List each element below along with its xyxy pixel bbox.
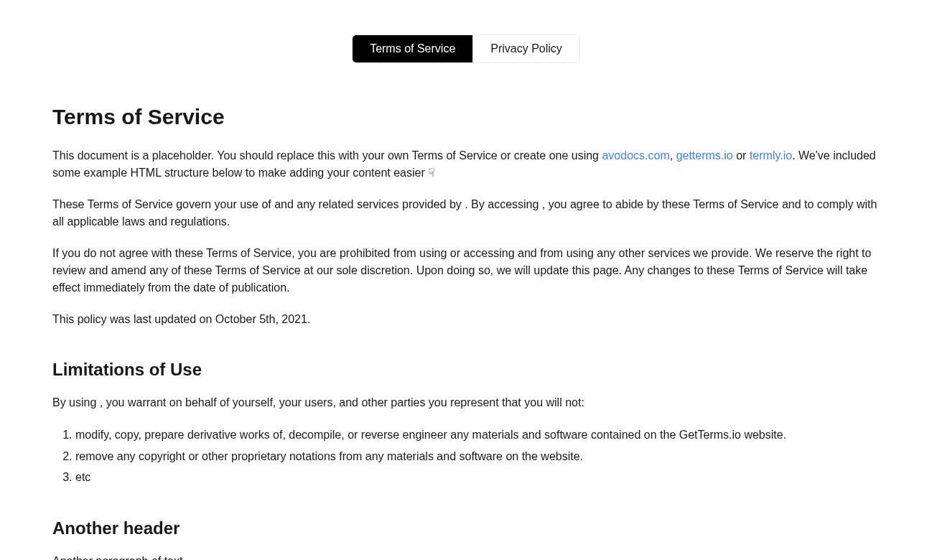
tab-privacy-policy[interactable]: Privacy Policy xyxy=(472,35,579,62)
intro-paragraph: This document is a placeholder. You shou… xyxy=(52,147,880,182)
link-termly[interactable]: termly.io xyxy=(750,149,792,162)
heading-limitations: Limitations of Use xyxy=(52,357,880,383)
list-item: etc xyxy=(75,468,880,487)
page-container: Terms of Service Privacy Policy Terms of… xyxy=(52,0,880,560)
intro-prefix: This document is a placeholder. You shou… xyxy=(52,149,602,162)
limitations-list: modify, copy, prepare derivative works o… xyxy=(52,426,880,487)
paragraph-disagree: If you do not agree with these Terms of … xyxy=(52,245,880,297)
tab-bar: Terms of Service Privacy Policy xyxy=(52,34,880,63)
paragraph-limitations-intro: By using , you warrant on behalf of your… xyxy=(52,394,880,411)
link-avodocs[interactable]: avodocs.com xyxy=(602,149,669,162)
intro-sep1: , xyxy=(670,149,676,162)
paragraph-governance: These Terms of Service govern your use o… xyxy=(52,196,880,230)
tab-terms-of-service[interactable]: Terms of Service xyxy=(353,35,472,62)
page-title: Terms of Service xyxy=(52,101,880,133)
list-item: remove any copyright or other proprietar… xyxy=(75,447,880,466)
link-getterms[interactable]: getterms.io xyxy=(676,149,733,162)
tab-group: Terms of Service Privacy Policy xyxy=(352,34,580,63)
intro-sep2: or xyxy=(733,149,750,162)
paragraph-another: Another paragraph of text xyxy=(52,553,880,560)
list-item: modify, copy, prepare derivative works o… xyxy=(75,426,880,444)
heading-another: Another header xyxy=(52,515,880,541)
paragraph-updated: This policy was last updated on October … xyxy=(52,311,880,328)
